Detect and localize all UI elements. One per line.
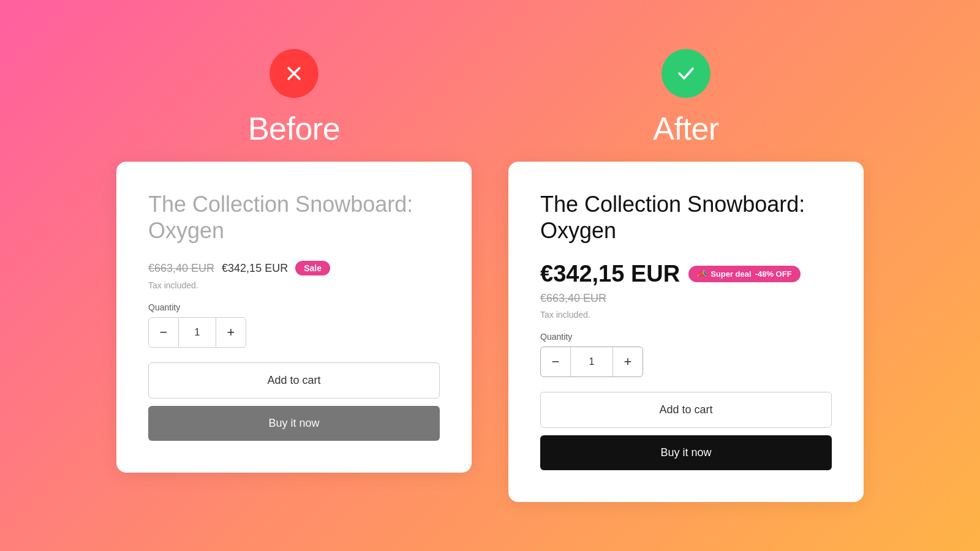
after-product-title: The Collection Snowboard: Oxygen: [540, 191, 832, 244]
before-product-title: The Collection Snowboard: Oxygen: [148, 191, 440, 244]
before-price-original: €663,40 EUR: [148, 262, 214, 275]
after-price-original: €663,40 EUR: [540, 292, 832, 305]
before-quantity-control: − 1 +: [148, 317, 246, 348]
after-qty-value: 1: [570, 347, 613, 377]
after-quantity-control: − 1 +: [540, 347, 643, 377]
before-quantity-label: Quantity: [148, 302, 440, 312]
after-quantity-label: Quantity: [540, 332, 832, 342]
x-icon: [281, 60, 307, 87]
after-price-main: €342,15 EUR: [540, 261, 680, 287]
after-price-row: €342,15 EUR 📣 Super deal -48% OFF: [540, 261, 832, 287]
before-qty-value: 1: [178, 318, 216, 347]
after-qty-plus-button[interactable]: +: [613, 347, 643, 377]
check-icon: [673, 60, 699, 87]
before-tax-note: Tax included.: [148, 280, 440, 290]
svg-point-3: [673, 60, 699, 87]
after-super-deal-badge: 📣 Super deal -48% OFF: [688, 266, 800, 282]
after-title: After: [653, 110, 718, 147]
before-title: Before: [248, 110, 340, 147]
discount-label: -48% OFF: [755, 269, 792, 279]
before-card: The Collection Snowboard: Oxygen €663,40…: [116, 162, 472, 473]
after-panel: After The Collection Snowboard: Oxygen €…: [508, 49, 864, 502]
before-sale-badge: Sale: [295, 261, 330, 276]
before-qty-plus-button[interactable]: +: [216, 318, 246, 347]
after-icon-circle: [662, 49, 710, 98]
before-add-to-cart-button[interactable]: Add to cart: [148, 362, 440, 399]
main-container: Before The Collection Snowboard: Oxygen …: [0, 24, 980, 527]
after-qty-minus-button[interactable]: −: [541, 347, 570, 377]
after-buy-now-button[interactable]: Buy it now: [540, 435, 832, 470]
megaphone-icon: 📣: [697, 269, 707, 279]
after-card: The Collection Snowboard: Oxygen €342,15…: [508, 162, 864, 502]
super-deal-label: Super deal: [710, 269, 751, 279]
before-panel: Before The Collection Snowboard: Oxygen …: [116, 49, 472, 473]
before-qty-minus-button[interactable]: −: [149, 318, 178, 347]
before-buy-now-button[interactable]: Buy it now: [148, 406, 440, 441]
before-price-row: €663,40 EUR €342,15 EUR Sale: [148, 261, 440, 276]
before-icon-circle: [270, 49, 318, 98]
before-price-sale: €342,15 EUR: [222, 262, 288, 275]
after-add-to-cart-button[interactable]: Add to cart: [540, 392, 832, 428]
after-tax-note: Tax included.: [540, 310, 832, 320]
